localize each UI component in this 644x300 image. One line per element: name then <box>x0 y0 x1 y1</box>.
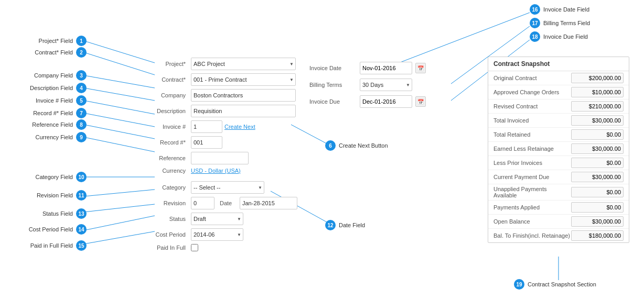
snap-value-6 <box>571 158 624 168</box>
project-label: Project* <box>142 61 189 67</box>
snap-label-6: Less Prior Invoices <box>493 160 571 166</box>
category-select-wrapper[interactable]: -- Select -- <box>191 181 264 194</box>
bottom-annotations: 19 Contract Snapshot Section <box>514 279 596 290</box>
snap-value-5 <box>571 143 624 154</box>
snap-label-3: Total Invoiced <box>493 117 571 124</box>
category-row: Category -- Select -- <box>142 181 299 194</box>
snap-row-6: Less Prior Invoices <box>488 156 629 170</box>
snap-value-7 <box>571 172 624 182</box>
reference-input[interactable] <box>191 152 249 164</box>
invoice-due-row: Invoice Due 📅 <box>309 95 435 108</box>
project-select-wrapper[interactable]: ABC Project <box>191 58 296 70</box>
snap-row-9: Payments Applied <box>488 201 629 215</box>
snap-row-8: Unapplied Payments Available <box>488 184 629 201</box>
record-input[interactable] <box>191 136 222 149</box>
status-select-wrapper[interactable]: Draft <box>191 213 243 225</box>
category-label: Category <box>142 184 189 191</box>
billing-terms-select-wrapper[interactable]: 30 Days <box>360 79 412 91</box>
category-select[interactable]: -- Select -- <box>191 181 264 194</box>
main-form: Project* ABC Project Contract* 001 - Pri… <box>142 58 299 254</box>
status-select[interactable]: Draft <box>191 213 243 225</box>
contract-select[interactable]: 001 - Prime Contract <box>191 73 296 86</box>
snap-label-10: Open Balance <box>493 218 571 225</box>
snap-value-10 <box>571 216 624 227</box>
invoice-num-row: Invoice # Create Next <box>142 120 299 133</box>
invoice-section: Invoice Date 📅 Billing Terms 30 Days Inv… <box>309 62 435 112</box>
ann-paid-in-full: Paid in Full Field 15 <box>30 240 87 251</box>
badge-17: 17 <box>530 18 540 28</box>
cost-period-select[interactable]: 2014-06 <box>191 228 243 241</box>
description-label: Description <box>142 108 189 114</box>
snap-value-0 <box>571 73 624 83</box>
paid-in-full-row: Paid In Full <box>142 244 299 251</box>
ann-description: Description Field 4 <box>30 83 87 93</box>
currency-link[interactable]: USD - Dollar (USA) <box>191 168 241 174</box>
invoice-date-row: Invoice Date 📅 <box>309 62 435 74</box>
cost-period-select-wrapper[interactable]: 2014-06 <box>191 228 243 241</box>
badge-16: 16 <box>530 4 540 15</box>
snap-label-7: Current Payment Due <box>493 174 571 180</box>
snap-value-4 <box>571 129 624 140</box>
revision-input[interactable] <box>191 197 214 209</box>
reference-label: Reference <box>142 155 189 161</box>
snap-row-1: Approved Change Orders <box>488 85 629 99</box>
ann-project: Project* Field 1 <box>39 36 87 46</box>
badge-2: 2 <box>76 47 87 58</box>
record-label: Record #* <box>142 139 189 146</box>
status-row: Status Draft <box>142 213 299 225</box>
snap-label-0: Original Contract <box>493 75 571 81</box>
paid-in-full-checkbox[interactable] <box>191 244 198 251</box>
company-input[interactable] <box>191 89 296 102</box>
badge-18: 18 <box>530 31 540 42</box>
company-row: Company <box>142 89 299 102</box>
snap-row-4: Total Retained <box>488 128 629 142</box>
cost-period-label: Cost Period <box>142 231 189 238</box>
date-input[interactable] <box>240 197 297 209</box>
snap-value-3 <box>571 115 624 126</box>
invoice-due-calendar-icon[interactable]: 📅 <box>415 96 426 107</box>
contract-snapshot-section: Contract Snapshot Original Contract Appr… <box>488 57 629 243</box>
invoice-date-calendar-icon[interactable]: 📅 <box>415 63 426 73</box>
badge-8: 8 <box>76 119 87 130</box>
snap-value-2 <box>571 101 624 112</box>
badge-9: 9 <box>76 132 87 142</box>
company-label: Company <box>142 92 189 98</box>
ann-company: Company Field 3 <box>34 70 87 81</box>
description-row: Description <box>142 105 299 117</box>
billing-terms-row: Billing Terms 30 Days <box>309 79 435 91</box>
snap-row-5: Earned Less Retainage <box>488 142 629 156</box>
badge-7: 7 <box>76 108 87 118</box>
invoice-date-input[interactable] <box>360 62 412 74</box>
badge-11: 11 <box>76 190 87 201</box>
ann-record: Record #* Field 7 <box>33 108 87 118</box>
invoice-due-input[interactable] <box>360 95 412 108</box>
badge-6: 6 <box>325 140 336 151</box>
ann-contract: Contract* Field 2 <box>35 47 87 58</box>
revision-label: Revision <box>142 200 189 206</box>
invoice-date-label: Invoice Date <box>309 65 357 71</box>
invoice-num-label: Invoice # <box>142 124 189 130</box>
snap-label-8: Unapplied Payments Available <box>493 186 571 198</box>
top-annotations: 16 Invoice Date Field 17 Billing Terms F… <box>530 4 590 45</box>
snap-value-8 <box>571 187 624 197</box>
contract-select-wrapper[interactable]: 001 - Prime Contract <box>191 73 296 86</box>
invoice-num-input[interactable] <box>191 120 222 133</box>
project-select[interactable]: ABC Project <box>191 58 296 70</box>
billing-terms-select[interactable]: 30 Days <box>360 79 412 91</box>
badge-4: 4 <box>76 83 87 93</box>
description-input[interactable] <box>191 105 296 117</box>
create-next-button[interactable]: Create Next <box>224 124 255 130</box>
ann-status: Status Field 13 <box>42 208 87 219</box>
currency-row: Currency USD - Dollar (USA) <box>142 168 299 174</box>
badge-3: 3 <box>76 70 87 81</box>
snap-label-11: Bal. To Finish(incl. Retainage) <box>493 232 571 239</box>
badge-12: 12 <box>325 220 336 230</box>
reference-row: Reference <box>142 152 299 164</box>
ann-cost-period: Cost Period Field 14 <box>29 224 87 235</box>
ann-reference: Reference Field 8 <box>32 119 87 130</box>
ann-revision: Revision Field 11 <box>37 190 87 201</box>
badge-1: 1 <box>76 36 87 46</box>
badge-10: 10 <box>76 172 87 182</box>
project-row: Project* ABC Project <box>142 58 299 70</box>
invoice-due-label: Invoice Due <box>309 98 357 105</box>
